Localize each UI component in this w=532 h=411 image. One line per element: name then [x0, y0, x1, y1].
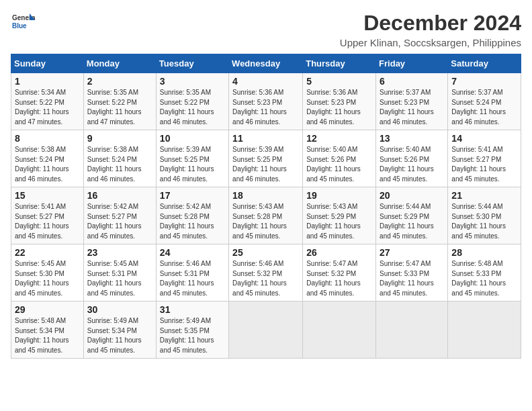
calendar-cell: 22Sunrise: 5:45 AMSunset: 5:30 PMDayligh…	[11, 244, 84, 302]
day-detail: Sunrise: 5:39 AMSunset: 5:25 PMDaylight:…	[232, 145, 299, 184]
calendar-cell: 16Sunrise: 5:42 AMSunset: 5:27 PMDayligh…	[83, 187, 156, 244]
calendar-cell: 8Sunrise: 5:38 AMSunset: 5:24 PMDaylight…	[11, 130, 84, 187]
day-detail: Sunrise: 5:45 AMSunset: 5:31 PMDaylight:…	[87, 259, 152, 298]
calendar-cell: 9Sunrise: 5:38 AMSunset: 5:24 PMDaylight…	[83, 130, 156, 187]
day-detail: Sunrise: 5:41 AMSunset: 5:27 PMDaylight:…	[451, 145, 517, 184]
calendar-week-2: 8Sunrise: 5:38 AMSunset: 5:24 PMDaylight…	[11, 130, 521, 187]
day-number: 21	[451, 190, 517, 201]
day-number: 4	[232, 76, 299, 87]
day-number: 14	[451, 133, 517, 144]
calendar-cell	[376, 302, 448, 359]
day-detail: Sunrise: 5:39 AMSunset: 5:25 PMDaylight:…	[160, 145, 225, 184]
calendar-week-5: 29Sunrise: 5:48 AMSunset: 5:34 PMDayligh…	[11, 302, 521, 359]
weekday-header-saturday: Saturday	[448, 54, 521, 73]
day-detail: Sunrise: 5:43 AMSunset: 5:28 PMDaylight:…	[232, 202, 299, 241]
day-detail: Sunrise: 5:49 AMSunset: 5:34 PMDaylight:…	[87, 316, 152, 355]
day-number: 29	[15, 304, 80, 315]
svg-text:Blue: Blue	[12, 22, 27, 30]
calendar-cell: 1Sunrise: 5:34 AMSunset: 5:22 PMDaylight…	[11, 73, 84, 130]
day-number: 3	[160, 76, 225, 87]
day-number: 12	[306, 133, 372, 144]
weekday-header-sunday: Sunday	[11, 54, 84, 73]
day-number: 28	[451, 247, 517, 258]
weekday-header-row: SundayMondayTuesdayWednesdayThursdayFrid…	[11, 54, 521, 73]
day-number: 5	[306, 76, 372, 87]
calendar-cell: 17Sunrise: 5:42 AMSunset: 5:28 PMDayligh…	[156, 187, 228, 244]
calendar-cell: 6Sunrise: 5:37 AMSunset: 5:23 PMDaylight…	[376, 73, 448, 130]
calendar-cell: 3Sunrise: 5:35 AMSunset: 5:22 PMDaylight…	[156, 73, 228, 130]
day-number: 17	[160, 190, 225, 201]
day-number: 22	[15, 247, 80, 258]
day-number: 7	[451, 76, 517, 87]
calendar-cell: 30Sunrise: 5:49 AMSunset: 5:34 PMDayligh…	[83, 302, 156, 359]
day-detail: Sunrise: 5:47 AMSunset: 5:32 PMDaylight:…	[306, 259, 372, 298]
calendar-cell: 28Sunrise: 5:48 AMSunset: 5:33 PMDayligh…	[448, 244, 521, 302]
day-detail: Sunrise: 5:48 AMSunset: 5:33 PMDaylight:…	[451, 259, 517, 298]
day-number: 18	[232, 190, 299, 201]
day-detail: Sunrise: 5:35 AMSunset: 5:22 PMDaylight:…	[87, 88, 152, 127]
weekday-header-thursday: Thursday	[303, 54, 376, 73]
title-block: December 2024 Upper Klinan, Soccsksargen…	[340, 11, 521, 48]
weekday-header-monday: Monday	[83, 54, 156, 73]
calendar-cell: 19Sunrise: 5:43 AMSunset: 5:29 PMDayligh…	[303, 187, 376, 244]
day-number: 20	[380, 190, 444, 201]
calendar-cell: 4Sunrise: 5:36 AMSunset: 5:23 PMDaylight…	[229, 73, 303, 130]
day-detail: Sunrise: 5:42 AMSunset: 5:28 PMDaylight:…	[160, 202, 225, 241]
calendar-cell: 18Sunrise: 5:43 AMSunset: 5:28 PMDayligh…	[229, 187, 303, 244]
day-number: 31	[160, 304, 225, 315]
day-detail: Sunrise: 5:49 AMSunset: 5:35 PMDaylight:…	[160, 316, 225, 355]
day-number: 26	[306, 247, 372, 258]
day-number: 6	[380, 76, 444, 87]
day-number: 15	[15, 190, 80, 201]
calendar-cell: 15Sunrise: 5:41 AMSunset: 5:27 PMDayligh…	[11, 187, 84, 244]
day-detail: Sunrise: 5:48 AMSunset: 5:34 PMDaylight:…	[15, 316, 80, 355]
day-detail: Sunrise: 5:38 AMSunset: 5:24 PMDaylight:…	[87, 145, 152, 184]
day-detail: Sunrise: 5:34 AMSunset: 5:22 PMDaylight:…	[15, 88, 80, 127]
day-number: 25	[232, 247, 299, 258]
calendar-cell: 10Sunrise: 5:39 AMSunset: 5:25 PMDayligh…	[156, 130, 228, 187]
weekday-header-wednesday: Wednesday	[229, 54, 303, 73]
calendar-cell: 11Sunrise: 5:39 AMSunset: 5:25 PMDayligh…	[229, 130, 303, 187]
day-number: 8	[15, 133, 80, 144]
day-detail: Sunrise: 5:37 AMSunset: 5:23 PMDaylight:…	[380, 88, 444, 127]
calendar-week-4: 22Sunrise: 5:45 AMSunset: 5:30 PMDayligh…	[11, 244, 521, 302]
day-number: 24	[160, 247, 225, 258]
day-detail: Sunrise: 5:46 AMSunset: 5:32 PMDaylight:…	[232, 259, 299, 298]
calendar-table: SundayMondayTuesdayWednesdayThursdayFrid…	[11, 54, 521, 359]
day-detail: Sunrise: 5:41 AMSunset: 5:27 PMDaylight:…	[15, 202, 80, 241]
day-number: 9	[87, 133, 152, 144]
calendar-cell: 7Sunrise: 5:37 AMSunset: 5:24 PMDaylight…	[448, 73, 521, 130]
calendar-cell	[229, 302, 303, 359]
calendar-cell: 27Sunrise: 5:47 AMSunset: 5:33 PMDayligh…	[376, 244, 448, 302]
calendar-cell: 21Sunrise: 5:44 AMSunset: 5:30 PMDayligh…	[448, 187, 521, 244]
day-detail: Sunrise: 5:47 AMSunset: 5:33 PMDaylight:…	[380, 259, 444, 298]
calendar-cell: 20Sunrise: 5:44 AMSunset: 5:29 PMDayligh…	[376, 187, 448, 244]
calendar-title: December 2024	[340, 11, 521, 36]
day-detail: Sunrise: 5:35 AMSunset: 5:22 PMDaylight:…	[160, 88, 225, 127]
day-number: 30	[87, 304, 152, 315]
day-detail: Sunrise: 5:45 AMSunset: 5:30 PMDaylight:…	[15, 259, 80, 298]
day-number: 10	[160, 133, 225, 144]
calendar-subtitle: Upper Klinan, Soccsksargen, Philippines	[340, 37, 521, 48]
calendar-cell: 29Sunrise: 5:48 AMSunset: 5:34 PMDayligh…	[11, 302, 84, 359]
day-detail: Sunrise: 5:42 AMSunset: 5:27 PMDaylight:…	[87, 202, 152, 241]
calendar-cell: 26Sunrise: 5:47 AMSunset: 5:32 PMDayligh…	[303, 244, 376, 302]
weekday-header-tuesday: Tuesday	[156, 54, 228, 73]
day-number: 13	[380, 133, 444, 144]
calendar-cell	[448, 302, 521, 359]
calendar-cell: 2Sunrise: 5:35 AMSunset: 5:22 PMDaylight…	[83, 73, 156, 130]
day-number: 23	[87, 247, 152, 258]
logo-icon: General Blue	[11, 11, 35, 35]
day-detail: Sunrise: 5:38 AMSunset: 5:24 PMDaylight:…	[15, 145, 80, 184]
calendar-cell: 14Sunrise: 5:41 AMSunset: 5:27 PMDayligh…	[448, 130, 521, 187]
day-number: 27	[380, 247, 444, 258]
calendar-cell: 13Sunrise: 5:40 AMSunset: 5:26 PMDayligh…	[376, 130, 448, 187]
day-number: 1	[15, 76, 80, 87]
day-detail: Sunrise: 5:37 AMSunset: 5:24 PMDaylight:…	[451, 88, 517, 127]
weekday-header-friday: Friday	[376, 54, 448, 73]
day-number: 11	[232, 133, 299, 144]
calendar-week-3: 15Sunrise: 5:41 AMSunset: 5:27 PMDayligh…	[11, 187, 521, 244]
logo: General Blue	[11, 11, 35, 35]
calendar-cell: 24Sunrise: 5:46 AMSunset: 5:31 PMDayligh…	[156, 244, 228, 302]
day-detail: Sunrise: 5:40 AMSunset: 5:26 PMDaylight:…	[380, 145, 444, 184]
